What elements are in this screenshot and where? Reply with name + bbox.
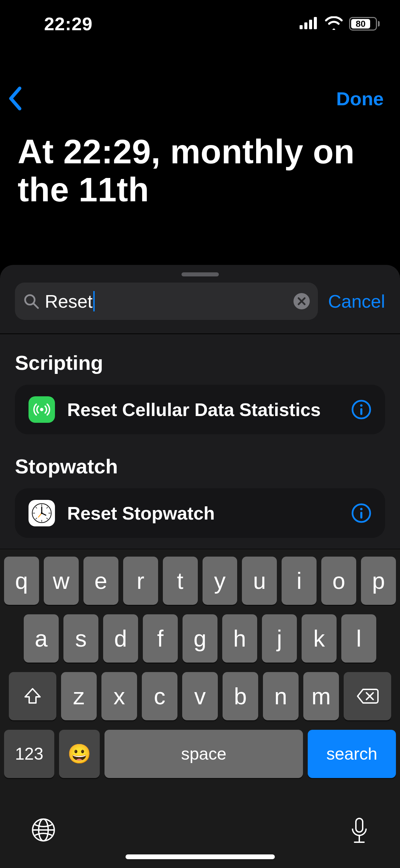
key-i[interactable]: i [282, 557, 317, 605]
key-k[interactable]: k [302, 614, 337, 663]
key-x[interactable]: x [101, 672, 137, 720]
svg-rect-2 [309, 20, 312, 29]
action-label: Reset Stopwatch [67, 502, 339, 524]
home-indicator[interactable] [126, 854, 275, 859]
battery-level: 80 [351, 19, 370, 29]
key-w[interactable]: w [44, 557, 79, 605]
key-g[interactable]: g [183, 614, 217, 663]
section-title-stopwatch: Stopwatch [15, 455, 385, 478]
shift-icon [23, 687, 42, 706]
key-q[interactable]: q [4, 557, 39, 605]
keyboard-row-4: 123 😀 space search [4, 730, 396, 778]
microphone-icon [349, 817, 369, 846]
cancel-search-button[interactable]: Cancel [328, 291, 385, 312]
search-row: Reset Cancel [0, 283, 400, 333]
clear-search-button[interactable] [293, 293, 310, 309]
keyboard-row-3: zxcvbnm [4, 672, 396, 720]
sheet-grabber[interactable] [182, 272, 219, 276]
done-button[interactable]: Done [336, 88, 384, 110]
action-reset-stopwatch[interactable]: Reset Stopwatch [15, 488, 385, 538]
svg-point-24 [41, 512, 43, 514]
clock-icon [28, 500, 55, 526]
svg-rect-0 [300, 25, 303, 29]
key-a[interactable]: a [24, 614, 59, 663]
emoji-icon: 😀 [68, 743, 91, 765]
key-b[interactable]: b [223, 672, 258, 720]
keyboard: qwertyuiop asdfghjkl zxcvbnm [0, 549, 400, 868]
dictation-key[interactable] [349, 817, 369, 847]
space-key[interactable]: space [104, 730, 303, 778]
search-icon [23, 293, 39, 309]
svg-rect-27 [360, 512, 362, 519]
key-z[interactable]: z [61, 672, 97, 720]
section-title-scripting: Scripting [15, 351, 385, 375]
cellular-signal-icon [300, 17, 319, 31]
key-c[interactable]: c [142, 672, 177, 720]
search-value: Reset [45, 291, 288, 312]
cellular-icon [28, 396, 55, 423]
action-reset-cellular[interactable]: Reset Cellular Data Statistics [15, 385, 385, 434]
svg-rect-3 [314, 17, 317, 29]
search-key[interactable]: search [308, 730, 396, 778]
key-s[interactable]: s [63, 614, 98, 663]
key-o[interactable]: o [321, 557, 356, 605]
keyboard-row-1: qwertyuiop [4, 557, 396, 605]
info-icon [351, 503, 372, 523]
actions-search-sheet: Reset Cancel Scripting [0, 265, 400, 868]
key-j[interactable]: j [262, 614, 297, 663]
back-button[interactable] [7, 85, 24, 112]
keyboard-row-2: asdfghjkl [4, 614, 396, 663]
globe-key[interactable] [31, 817, 56, 844]
nav-bar: Done [0, 65, 400, 119]
key-n[interactable]: n [263, 672, 299, 720]
search-input[interactable]: Reset [15, 283, 318, 320]
svg-point-8 [40, 408, 43, 411]
svg-rect-1 [304, 22, 307, 29]
key-e[interactable]: e [83, 557, 118, 605]
automation-sheet: Done At 22:29, monthly on the 11th Reset [0, 65, 400, 868]
svg-rect-11 [360, 408, 362, 415]
battery-indicator: 80 [349, 17, 380, 31]
key-t[interactable]: t [163, 557, 198, 605]
search-results: Scripting Reset Cellular Data Statistics [0, 334, 400, 538]
key-u[interactable]: u [242, 557, 277, 605]
wifi-icon [325, 16, 343, 31]
info-button[interactable] [351, 399, 372, 420]
key-p[interactable]: p [361, 557, 396, 605]
key-l[interactable]: l [341, 614, 376, 663]
shift-key[interactable] [9, 672, 56, 720]
key-d[interactable]: d [103, 614, 138, 663]
key-y[interactable]: y [203, 557, 237, 605]
status-right: 80 [300, 16, 380, 31]
action-label: Reset Cellular Data Statistics [67, 399, 339, 421]
key-m[interactable]: m [303, 672, 339, 720]
info-button[interactable] [351, 503, 372, 523]
x-icon [297, 297, 306, 306]
svg-point-10 [360, 404, 363, 407]
status-bar: 22:29 80 [0, 0, 400, 48]
svg-rect-33 [356, 818, 363, 832]
page-title: At 22:29, monthly on the 11th [0, 119, 400, 236]
svg-point-26 [360, 508, 363, 510]
key-h[interactable]: h [222, 614, 257, 663]
globe-icon [31, 817, 56, 843]
svg-line-5 [34, 304, 38, 308]
backspace-icon [356, 688, 379, 704]
status-time: 22:29 [44, 13, 93, 34]
backspace-key[interactable] [344, 672, 391, 720]
key-f[interactable]: f [143, 614, 178, 663]
numeric-key[interactable]: 123 [4, 730, 54, 778]
info-icon [351, 399, 372, 420]
emoji-key[interactable]: 😀 [59, 730, 100, 778]
key-r[interactable]: r [123, 557, 158, 605]
key-v[interactable]: v [182, 672, 218, 720]
